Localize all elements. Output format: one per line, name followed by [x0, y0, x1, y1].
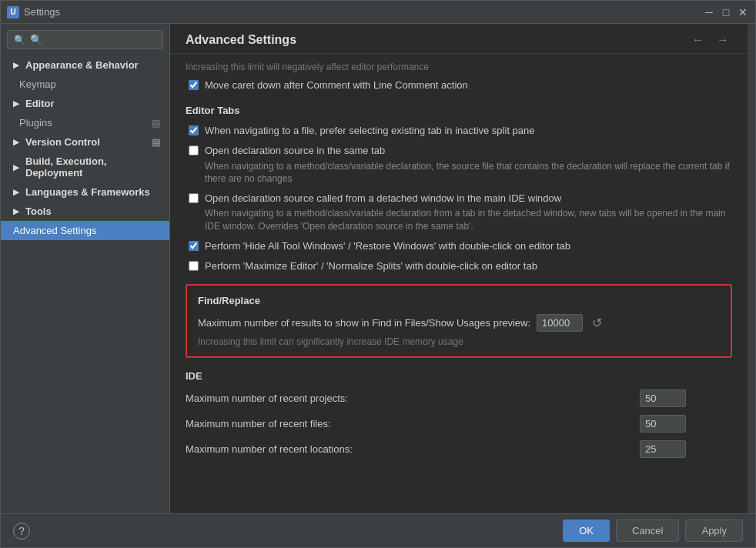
- max-results-input[interactable]: [537, 314, 583, 332]
- sidebar-item-editor[interactable]: ▶ Editor: [1, 94, 169, 113]
- content-area: 🔍 ▶ Appearance & Behavior Keymap ▶ Edito…: [1, 24, 755, 513]
- sidebar-item-version-control[interactable]: ▶ Version Control ▤: [1, 132, 169, 152]
- sidebar-item-plugins[interactable]: Plugins ▤: [1, 113, 169, 132]
- recent-locations-row: Maximum number of recent locations:: [186, 440, 732, 458]
- sidebar-item-appearance[interactable]: ▶ Appearance & Behavior: [1, 55, 169, 75]
- settings-body: Increasing this limit will negatively af…: [170, 54, 748, 513]
- hide-tool-windows-label: Perform 'Hide All Tool Windows' / 'Resto…: [205, 239, 570, 253]
- recent-files-row: Maximum number of recent files:: [186, 415, 732, 433]
- search-input[interactable]: [30, 34, 156, 45]
- open-decl-detached-checkbox[interactable]: [189, 193, 199, 203]
- help-button[interactable]: ?: [13, 523, 30, 540]
- open-decl-detached-row: Open declaration source called from a de…: [186, 192, 732, 233]
- expand-arrow-tools-icon: ▶: [13, 207, 19, 216]
- recent-projects-row: Maximum number of recent projects:: [186, 389, 732, 407]
- max-results-label: Maximum number of results to show in Fin…: [198, 317, 530, 329]
- search-icon: 🔍: [14, 35, 25, 45]
- recent-locations-input[interactable]: [640, 440, 686, 458]
- cancel-button[interactable]: Cancel: [616, 520, 679, 542]
- close-button[interactable]: ✕: [737, 6, 749, 18]
- move-caret-row: Move caret down after Comment with Line …: [186, 79, 732, 92]
- recent-locations-label: Maximum number of recent locations:: [186, 443, 353, 455]
- recent-projects-input[interactable]: [640, 389, 686, 407]
- recent-files-input[interactable]: [640, 415, 686, 433]
- title-bar: U Settings ─ □ ✕: [1, 1, 755, 24]
- find-replace-title: Find/Replace: [198, 295, 720, 306]
- expand-arrow-build-icon: ▶: [13, 163, 19, 172]
- recent-projects-label: Maximum number of recent projects:: [186, 393, 348, 404]
- page-title: Advanced Settings: [186, 33, 296, 47]
- main-header: Advanced Settings ← →: [170, 24, 748, 54]
- recent-files-label: Maximum number of recent files:: [186, 418, 331, 429]
- max-results-row: Maximum number of results to show in Fin…: [198, 314, 720, 332]
- faded-note: Increasing this limit will negatively af…: [186, 62, 732, 72]
- footer-right: OK Cancel Apply: [563, 520, 743, 542]
- sidebar-item-tools[interactable]: ▶ Tools: [1, 202, 169, 221]
- maximize-editor-checkbox[interactable]: [189, 261, 199, 271]
- open-decl-same-checkbox[interactable]: [189, 145, 199, 155]
- back-button[interactable]: ←: [689, 33, 707, 47]
- main-content: Advanced Settings ← → Increasing this li…: [170, 24, 748, 513]
- forward-button[interactable]: →: [714, 33, 732, 47]
- maximize-button[interactable]: □: [720, 6, 732, 18]
- expand-arrow-icon: ▶: [13, 61, 19, 69]
- find-replace-hint: Increasing this limit can significantly …: [198, 336, 720, 347]
- maximize-editor-row: Perform 'Maximize Editor' / 'Normalize S…: [186, 259, 732, 273]
- prefer-tab-label: When navigating to a file, prefer select…: [205, 124, 535, 138]
- sidebar-item-build[interactable]: ▶ Build, Execution, Deployment: [1, 152, 169, 182]
- sidebar: 🔍 ▶ Appearance & Behavior Keymap ▶ Edito…: [1, 24, 170, 513]
- move-caret-label: Move caret down after Comment with Line …: [205, 79, 468, 92]
- open-decl-detached-label: Open declaration source called from a de…: [205, 192, 732, 206]
- move-caret-checkbox[interactable]: [189, 80, 199, 90]
- ide-section: IDE Maximum number of recent projects: M…: [186, 370, 732, 458]
- apply-button[interactable]: Apply: [685, 520, 743, 542]
- window-controls: ─ □ ✕: [703, 6, 749, 18]
- open-decl-same-tab-row: Open declaration source in the same tab …: [186, 144, 732, 185]
- hide-tool-windows-checkbox[interactable]: [189, 241, 199, 251]
- open-decl-same-subtext: When navigating to a method/class/variab…: [205, 160, 732, 186]
- app-icon: U: [7, 6, 19, 18]
- sidebar-item-keymap[interactable]: Keymap: [1, 75, 169, 94]
- scrollbar[interactable]: [748, 24, 755, 513]
- open-decl-same-label: Open declaration source in the same tab: [205, 144, 732, 158]
- hide-tool-windows-row: Perform 'Hide All Tool Windows' / 'Resto…: [186, 239, 732, 253]
- footer: ? OK Cancel Apply: [1, 513, 755, 547]
- find-replace-section: Find/Replace Maximum number of results t…: [186, 284, 732, 358]
- sidebar-item-advanced[interactable]: Advanced Settings: [1, 221, 169, 240]
- ide-section-title: IDE: [186, 370, 732, 382]
- settings-window: U Settings ─ □ ✕ 🔍 ▶ Appearance & Behavi…: [0, 0, 756, 548]
- ok-button[interactable]: OK: [563, 520, 610, 542]
- sidebar-item-languages[interactable]: ▶ Languages & Frameworks: [1, 182, 169, 202]
- maximize-editor-label: Perform 'Maximize Editor' / 'Normalize S…: [205, 259, 537, 273]
- plugins-indicator: ▤: [152, 118, 160, 129]
- search-box[interactable]: 🔍: [7, 30, 163, 49]
- expand-arrow-lang-icon: ▶: [13, 188, 19, 196]
- prefer-tab-checkbox[interactable]: [189, 125, 199, 135]
- open-decl-detached-subtext: When navigating to a method/class/variab…: [205, 207, 732, 233]
- prefer-tab-row: When navigating to a file, prefer select…: [186, 124, 732, 138]
- editor-tabs-section-title: Editor Tabs: [186, 105, 732, 116]
- expand-arrow-vc-icon: ▶: [13, 138, 19, 146]
- footer-left: ?: [13, 523, 30, 540]
- window-title: Settings: [24, 6, 703, 18]
- nav-arrows: ← →: [689, 33, 732, 47]
- minimize-button[interactable]: ─: [703, 6, 715, 18]
- vc-indicator: ▤: [152, 137, 160, 148]
- expand-arrow-editor-icon: ▶: [13, 99, 19, 108]
- reset-max-results-button[interactable]: ↺: [589, 316, 605, 330]
